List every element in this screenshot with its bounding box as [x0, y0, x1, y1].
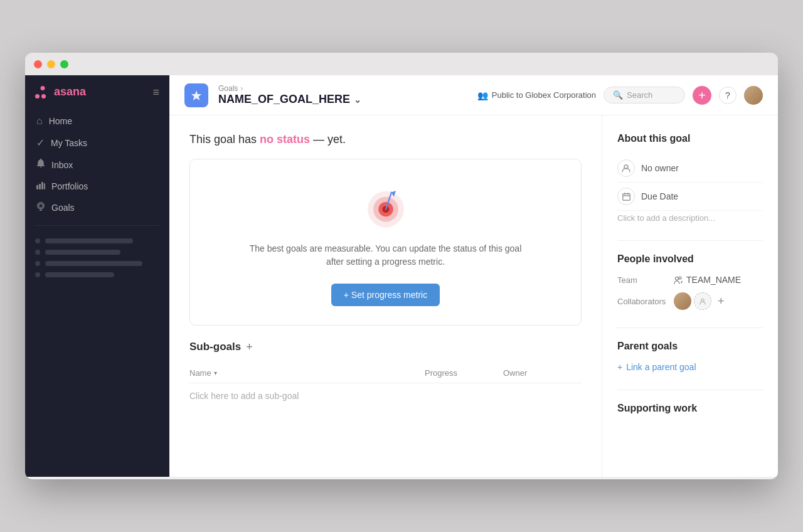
- sidebar-item-label: My Tasks: [51, 138, 87, 148]
- user-avatar[interactable]: [744, 86, 763, 105]
- visibility-text: Public to Globex Corporation: [492, 90, 596, 100]
- asana-logo: asana: [35, 85, 86, 98]
- skeleton-dot: [35, 272, 40, 277]
- team-row: Team TEAM_NAME: [617, 275, 763, 285]
- sidebar-item-label: Home: [49, 116, 72, 126]
- status-prefix: This goal has: [189, 133, 260, 146]
- main-panel: This goal has no status — yet.: [169, 115, 602, 477]
- supporting-work-section: Supporting work: [617, 403, 763, 414]
- calendar-icon: [617, 188, 635, 205]
- goal-title-text: NAME_OF_GOAL_HERE: [218, 93, 350, 106]
- collaborator-avatar-1: [674, 292, 691, 310]
- about-title: About this goal: [617, 133, 763, 144]
- app-body: asana ≡ ⌂ Home ✓ My Tasks: [25, 75, 778, 477]
- content-area: This goal has no status — yet.: [169, 115, 778, 477]
- team-label: Team: [617, 275, 667, 285]
- sidebar-item-inbox[interactable]: Inbox: [30, 154, 164, 175]
- section-divider-3: [617, 390, 763, 390]
- title-dropdown-icon[interactable]: ⌄: [354, 95, 361, 105]
- target-icon-wrapper: [205, 184, 566, 230]
- set-metric-button[interactable]: + Set progress metric: [331, 284, 440, 306]
- skeleton-row: [35, 261, 159, 266]
- about-section: About this goal No owner: [617, 133, 763, 223]
- sidebar-item-home[interactable]: ⌂ Home: [30, 111, 164, 131]
- check-icon: ✓: [36, 137, 45, 149]
- avatar-image: [744, 86, 763, 105]
- no-owner-label: No owner: [641, 163, 679, 173]
- supporting-work-title: Supporting work: [617, 403, 763, 414]
- add-subgoal-button[interactable]: +: [246, 341, 253, 353]
- parent-goals-title: Parent goals: [617, 341, 763, 352]
- status-keyword: no status: [260, 133, 310, 146]
- sidebar-divider: [35, 225, 159, 226]
- add-subgoal-placeholder[interactable]: Click here to add a sub-goal: [189, 383, 582, 409]
- sidebar-item-goals[interactable]: Goals: [30, 198, 164, 218]
- skeleton-bar: [45, 238, 133, 243]
- maximize-btn[interactable]: [60, 60, 68, 68]
- search-icon: 🔍: [613, 90, 623, 100]
- skeleton-dot: [35, 238, 40, 243]
- col-name: Name ▾: [189, 363, 425, 383]
- skeleton-row: [35, 250, 159, 255]
- description-placeholder[interactable]: Click to add a description...: [617, 213, 763, 223]
- users-icon: 👥: [477, 90, 488, 100]
- main-header: Goals › NAME_OF_GOAL_HERE ⌄ 👥 Public to …: [169, 75, 778, 115]
- add-button[interactable]: +: [693, 86, 711, 105]
- minimize-btn[interactable]: [47, 60, 55, 68]
- svg-rect-1: [39, 184, 41, 189]
- portfolios-icon: [36, 181, 45, 192]
- sort-icon: ▾: [214, 370, 217, 376]
- sidebar-nav: ⌂ Home ✓ My Tasks Inbox: [25, 111, 169, 218]
- table-row[interactable]: Click here to add a sub-goal: [189, 383, 582, 409]
- skeleton-row: [35, 272, 159, 277]
- breadcrumb: Goals › NAME_OF_GOAL_HERE ⌄: [218, 84, 361, 106]
- owner-row[interactable]: No owner: [617, 154, 763, 183]
- svg-point-13: [676, 277, 679, 280]
- header-title: NAME_OF_GOAL_HERE ⌄: [218, 93, 361, 106]
- svg-rect-12: [622, 193, 630, 200]
- col-owner: Owner: [503, 363, 582, 383]
- right-panel: About this goal No owner: [602, 115, 778, 477]
- collab-avatars: [674, 292, 711, 310]
- status-headline: This goal has no status — yet.: [189, 133, 582, 146]
- sidebar-skeleton: [25, 233, 169, 282]
- skeleton-dot: [35, 261, 40, 266]
- sidebar-logo-area: asana ≡: [25, 85, 169, 111]
- section-divider: [617, 240, 763, 241]
- svg-point-14: [679, 277, 681, 279]
- status-card: The best goals are measurable. You can u…: [189, 159, 582, 326]
- goal-icon: [184, 83, 208, 107]
- sidebar-item-my-tasks[interactable]: ✓ My Tasks: [30, 132, 164, 153]
- subgoals-title: Sub-goals: [189, 341, 241, 353]
- titlebar: [25, 53, 778, 75]
- sidebar-item-label: Portfolios: [51, 181, 88, 191]
- table-header-row: Name ▾ Progress Owner: [189, 363, 582, 383]
- due-date-label: Due Date: [641, 191, 678, 201]
- breadcrumb-parent[interactable]: Goals: [218, 84, 238, 93]
- link-parent-goal-btn[interactable]: + Link a parent goal: [617, 362, 763, 372]
- sidebar-item-portfolios[interactable]: Portfolios: [30, 176, 164, 196]
- skeleton-bar: [45, 272, 114, 277]
- sidebar: asana ≡ ⌂ Home ✓ My Tasks: [25, 75, 169, 477]
- people-section: People involved Team TEAM_NAME: [617, 253, 763, 310]
- sidebar-item-label: Inbox: [51, 160, 73, 170]
- breadcrumb-top: Goals ›: [218, 84, 361, 93]
- add-collaborator-button[interactable]: +: [718, 295, 725, 308]
- link-parent-label: Link a parent goal: [626, 362, 696, 372]
- subgoals-section: Sub-goals + Name ▾: [189, 341, 582, 408]
- svg-point-15: [701, 299, 704, 302]
- collaborators-label: Collaborators: [617, 297, 667, 306]
- skeleton-row: [35, 238, 159, 243]
- help-button[interactable]: ?: [719, 87, 737, 104]
- section-divider-2: [617, 327, 763, 328]
- svg-rect-0: [36, 185, 38, 189]
- due-date-row[interactable]: Due Date: [617, 183, 763, 211]
- close-btn[interactable]: [34, 60, 42, 68]
- plus-icon: +: [617, 362, 622, 372]
- team-name: TEAM_NAME: [686, 275, 741, 285]
- menu-toggle-btn[interactable]: ≡: [152, 87, 159, 98]
- status-description: The best goals are measurable. You can u…: [205, 242, 566, 269]
- svg-rect-3: [44, 183, 45, 189]
- search-box[interactable]: 🔍 Search: [604, 87, 685, 104]
- bell-icon: [36, 159, 45, 171]
